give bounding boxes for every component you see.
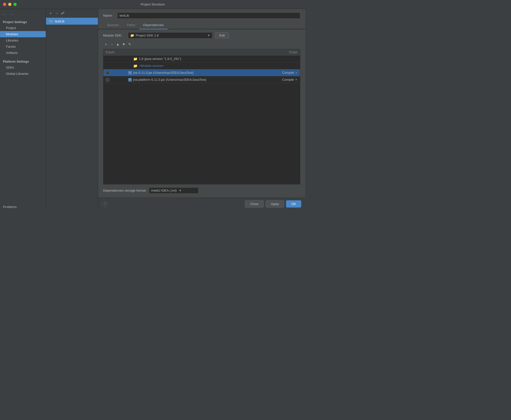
- bottom-bar: ? Close Apply OK: [98, 198, 305, 210]
- sdk-dep-name: 1.8 (java version "1.8.0_291"): [139, 57, 181, 61]
- source-dep-folder-icon: 📁: [133, 64, 137, 68]
- dep-name-cell-jna-platform: jna-platform-5.11.0.jar (/Users/mac/IDEA…: [126, 78, 270, 82]
- remove-module-button[interactable]: −: [54, 10, 59, 16]
- edit-sdk-button[interactable]: Edit: [215, 32, 229, 39]
- sdk-label: Module SDK:: [103, 34, 126, 37]
- window-title: Project Structure: [141, 2, 165, 6]
- name-row: Name:: [98, 9, 305, 21]
- add-dep-button[interactable]: +: [103, 42, 109, 47]
- sdk-dropdown-arrow-icon: ▼: [207, 34, 210, 37]
- sdk-dep-folder-icon: 📁: [133, 57, 137, 61]
- jna-platform-scope-value: Compile: [282, 78, 294, 82]
- dep-row-sdk[interactable]: 📁 1.8 (java version "1.8.0_291"): [103, 55, 300, 62]
- title-bar: Project Structure: [0, 0, 305, 9]
- jna-scope-arrow-icon[interactable]: ▼: [295, 71, 298, 74]
- platform-settings-header: Platform Settings: [0, 58, 46, 64]
- apply-button[interactable]: Apply: [266, 200, 284, 208]
- header-scope: Scope: [270, 49, 300, 55]
- sidebar-item-global-libraries[interactable]: Global Libraries: [0, 71, 46, 77]
- sidebar-item-facets[interactable]: Facets: [0, 43, 46, 50]
- dependencies-content: Module SDK: 📁 Project SDK 1.8 ▼ Edit + −…: [98, 29, 305, 198]
- sidebar-item-artifacts[interactable]: Artifacts: [0, 50, 46, 56]
- nav-forward-button[interactable]: →: [8, 12, 14, 17]
- module-list-panel: + − ☍ testLib: [46, 9, 98, 210]
- dep-row-module-source[interactable]: 📁 <Module source>: [103, 62, 300, 69]
- svg-rect-1: [49, 20, 51, 21]
- sidebar-item-modules[interactable]: Modules: [0, 31, 46, 37]
- sdk-row: Module SDK: 📁 Project SDK 1.8 ▼ Edit: [103, 32, 300, 39]
- module-toolbar: + − ☍: [46, 9, 98, 18]
- jna-scope-value: Compile: [282, 71, 294, 75]
- tabs-bar: Sources Paths Dependencies: [98, 21, 305, 29]
- jar-icon-jna-platform: [128, 78, 132, 82]
- storage-format-label: Dependencies storage format:: [103, 189, 146, 192]
- module-name-input[interactable]: [117, 12, 300, 19]
- tab-sources[interactable]: Sources: [103, 21, 123, 29]
- storage-dropdown-arrow-icon: ▼: [179, 189, 182, 192]
- sdk-dropdown[interactable]: 📁 Project SDK 1.8 ▼: [128, 32, 213, 39]
- dep-row-jna-platform[interactable]: jna-platform-5.11.0.jar (/Users/mac/IDEA…: [103, 76, 300, 83]
- dep-table-header: Export Scope: [103, 49, 300, 55]
- close-window-button[interactable]: [3, 3, 6, 6]
- jna-platform-scope-arrow-icon[interactable]: ▼: [295, 78, 298, 81]
- move-up-dep-button[interactable]: ▲: [115, 42, 121, 47]
- dep-checkbox-jna[interactable]: [106, 71, 109, 75]
- module-folder-icon: [49, 19, 53, 23]
- help-button[interactable]: ?: [102, 201, 108, 207]
- source-dep-name: <Module source>: [139, 64, 164, 68]
- svg-rect-6: [129, 79, 131, 80]
- sidebar: ← → Project Settings Project Modules Lib…: [0, 9, 46, 210]
- sdk-value: Project SDK 1.8: [136, 34, 159, 37]
- dep-export-cell-jna-platform[interactable]: [103, 78, 126, 82]
- tab-dependencies[interactable]: Dependencies: [139, 21, 168, 29]
- storage-format-row: Dependencies storage format: IntelliJ ID…: [103, 184, 300, 195]
- remove-dep-button[interactable]: −: [109, 42, 115, 47]
- dep-scope-cell-jna-platform[interactable]: Compile ▼: [270, 78, 300, 82]
- sidebar-item-project[interactable]: Project: [0, 25, 46, 31]
- detail-panel: Name: Sources Paths Dependencies Mo: [98, 9, 305, 210]
- sidebar-nav: ← →: [0, 11, 46, 18]
- header-export: Export: [103, 49, 126, 55]
- dep-name-cell-source: 📁 <Module source>: [126, 64, 270, 68]
- svg-rect-4: [129, 73, 131, 73]
- project-settings-header: Project Settings: [0, 19, 46, 25]
- sdk-folder-icon: 📁: [130, 34, 134, 37]
- svg-rect-3: [129, 72, 131, 73]
- add-module-button[interactable]: +: [48, 10, 53, 16]
- svg-rect-2: [129, 72, 131, 74]
- dependencies-table: Export Scope 📁 1.8 (java version "1.8.0_…: [103, 49, 300, 184]
- svg-rect-5: [129, 79, 131, 81]
- window-controls: [3, 3, 17, 6]
- maximize-window-button[interactable]: [13, 3, 17, 6]
- header-name: [126, 49, 270, 55]
- sidebar-item-sdks[interactable]: SDKs: [0, 64, 46, 71]
- minimize-window-button[interactable]: [8, 3, 11, 6]
- svg-rect-7: [129, 80, 131, 80]
- copy-module-button[interactable]: ☍: [60, 10, 65, 16]
- jar-icon-jna: [128, 71, 132, 75]
- dep-name-cell-sdk: 📁 1.8 (java version "1.8.0_291"): [126, 57, 270, 61]
- ok-button[interactable]: OK: [286, 200, 301, 208]
- name-field-label: Name:: [103, 14, 114, 17]
- jna-platform-dep-name: jna-platform-5.11.0.jar (/Users/mac/IDEA…: [133, 78, 206, 82]
- storage-format-dropdown[interactable]: IntelliJ IDEA (.iml) ▼: [149, 187, 199, 194]
- nav-back-button[interactable]: ←: [2, 12, 7, 17]
- dep-row-jna[interactable]: jna-5.11.0.jar (/Users/mac/IDEA/JavaTest…: [103, 69, 300, 76]
- module-name-label: testLib: [55, 19, 64, 23]
- dep-toolbar: + − ▲ ▼ ✎: [103, 42, 300, 47]
- edit-dep-button[interactable]: ✎: [127, 42, 132, 47]
- dep-name-cell-jna: jna-5.11.0.jar (/Users/mac/IDEA/JavaTest…: [126, 71, 270, 75]
- dep-checkbox-jna-platform[interactable]: [106, 78, 109, 82]
- sidebar-item-problems[interactable]: Problems: [0, 204, 46, 210]
- sidebar-item-libraries[interactable]: Libraries: [0, 37, 46, 43]
- module-list-item-testlib[interactable]: testLib: [46, 18, 98, 25]
- storage-format-value: IntelliJ IDEA (.iml): [151, 189, 177, 192]
- dep-export-cell-jna[interactable]: [103, 71, 126, 75]
- tab-paths[interactable]: Paths: [123, 21, 139, 29]
- jna-dep-name: jna-5.11.0.jar (/Users/mac/IDEA/JavaTest…: [133, 71, 194, 75]
- move-down-dep-button[interactable]: ▼: [121, 42, 127, 47]
- dep-scope-cell-jna[interactable]: Compile ▼: [270, 71, 300, 75]
- close-button[interactable]: Close: [245, 200, 263, 208]
